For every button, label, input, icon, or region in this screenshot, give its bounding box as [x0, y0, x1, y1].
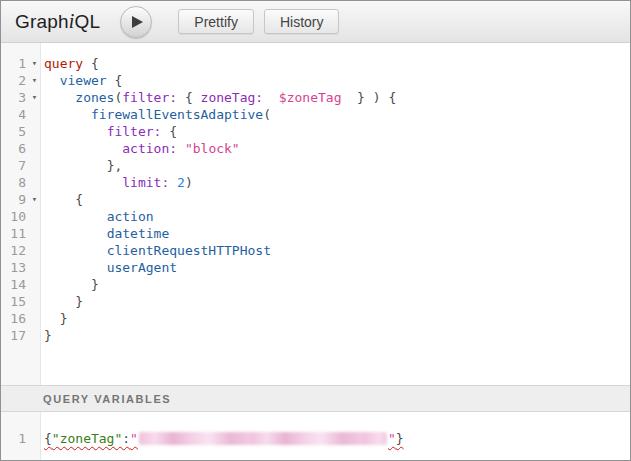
code-text[interactable]: } — [41, 310, 67, 327]
token: filter: — [107, 124, 162, 139]
token — [177, 141, 185, 156]
code-line[interactable]: 3▾ zones(filter: { zoneTag: $zoneTag } )… — [1, 89, 630, 106]
code-text[interactable]: limit: 2) — [41, 174, 193, 191]
code-text[interactable]: action: "block" — [41, 140, 240, 157]
code-text[interactable]: }, — [41, 157, 122, 174]
token: : — [122, 431, 130, 446]
code-line[interactable]: 14 } — [1, 276, 630, 293]
code-text[interactable]: viewer { — [41, 72, 122, 89]
query-variables-title-bar[interactable]: QUERY VARIABLES — [1, 385, 630, 412]
code-text[interactable]: action — [41, 208, 154, 225]
token: firewallEventsAdaptive — [91, 107, 263, 122]
token — [44, 90, 75, 105]
line-number: 8 — [1, 174, 28, 191]
code-line[interactable]: 8 limit: 2) — [1, 174, 630, 191]
code-line[interactable]: 6 action: "block" — [1, 140, 630, 157]
history-button[interactable]: History — [264, 9, 340, 34]
token — [169, 175, 177, 190]
code-line[interactable]: 1{"zoneTag":""} — [1, 430, 630, 447]
code-line[interactable]: 10 action — [1, 208, 630, 225]
token — [44, 243, 107, 258]
graphiql-window: GraphiQL Prettify History 1▾query {2▾ vi… — [0, 0, 631, 461]
token: limit: — [122, 175, 169, 190]
token: { — [177, 90, 200, 105]
token: } ) { — [341, 90, 396, 105]
token: { — [161, 124, 177, 139]
fold-arrow-icon[interactable]: ▾ — [28, 191, 41, 208]
code-line[interactable]: 4 firewallEventsAdaptive( — [1, 106, 630, 123]
token: } — [91, 277, 99, 292]
token — [44, 158, 107, 173]
query-editor[interactable]: 1▾query {2▾ viewer {3▾ zones(filter: { z… — [1, 43, 630, 385]
line-number: 5 — [1, 123, 28, 140]
token — [263, 90, 279, 105]
code-text[interactable]: firewallEventsAdaptive( — [41, 106, 271, 123]
code-text[interactable]: zones(filter: { zoneTag: $zoneTag } ) { — [41, 89, 396, 106]
gutter-cell: 15 — [1, 293, 41, 310]
logo-text-post: QL — [75, 11, 101, 32]
code-text[interactable]: clientRequestHTTPHost — [41, 242, 271, 259]
gutter-cell: 17 — [1, 327, 41, 344]
token: viewer — [60, 73, 107, 88]
code-text[interactable]: } — [41, 293, 83, 310]
line-number: 1 — [1, 430, 28, 447]
gutter-cell: 12 — [1, 242, 41, 259]
token — [44, 107, 91, 122]
fold-arrow-icon[interactable]: ▾ — [28, 72, 41, 89]
code-line[interactable]: 12 clientRequestHTTPHost — [1, 242, 630, 259]
line-number: 11 — [1, 225, 28, 242]
token: action: — [122, 141, 177, 156]
redacted-zone-tag-value — [139, 432, 387, 445]
token: $zoneTag — [279, 90, 342, 105]
line-number: 14 — [1, 276, 28, 293]
token — [44, 294, 75, 309]
token — [44, 73, 60, 88]
code-line[interactable]: 9▾ { — [1, 191, 630, 208]
token: { — [44, 431, 52, 446]
prettify-button[interactable]: Prettify — [178, 9, 254, 34]
token: action — [107, 209, 154, 224]
code-text[interactable]: } — [41, 276, 99, 293]
toolbar: GraphiQL Prettify History — [1, 1, 630, 43]
code-text[interactable]: query { — [41, 55, 99, 72]
code-text[interactable]: {"zoneTag":""} — [41, 430, 404, 447]
code-text[interactable]: } — [41, 327, 52, 344]
token — [44, 277, 91, 292]
token: 2 — [177, 175, 185, 190]
code-line[interactable]: 2▾ viewer { — [1, 72, 630, 89]
token — [44, 260, 107, 275]
code-text[interactable]: datetime — [41, 225, 169, 242]
token: } — [396, 431, 404, 446]
code-line[interactable]: 15 } — [1, 293, 630, 310]
code-line[interactable]: 1▾query { — [1, 55, 630, 72]
gutter-cell: 3▾ — [1, 89, 41, 106]
token: } — [44, 328, 52, 343]
code-line[interactable]: 17} — [1, 327, 630, 344]
code-text[interactable]: filter: { — [41, 123, 177, 140]
code-line[interactable]: 5 filter: { — [1, 123, 630, 140]
gutter-cell: 6 — [1, 140, 41, 157]
gutter-cell: 1 — [1, 430, 41, 447]
code-line[interactable]: 11 datetime — [1, 225, 630, 242]
line-number: 9 — [1, 191, 28, 208]
query-code[interactable]: 1▾query {2▾ viewer {3▾ zones(filter: { z… — [1, 43, 630, 344]
code-text[interactable]: { — [41, 191, 83, 208]
code-line[interactable]: 13 userAgent — [1, 259, 630, 276]
fold-arrow-icon[interactable]: ▾ — [28, 55, 41, 72]
query-variables-title: QUERY VARIABLES — [43, 393, 171, 405]
line-number: 7 — [1, 157, 28, 174]
fold-arrow-icon[interactable]: ▾ — [28, 89, 41, 106]
code-text[interactable]: userAgent — [41, 259, 177, 276]
token — [44, 175, 122, 190]
execute-query-button[interactable] — [120, 6, 152, 38]
token — [44, 311, 60, 326]
line-number: 3 — [1, 89, 28, 106]
code-line[interactable]: 16 } — [1, 310, 630, 327]
token: userAgent — [107, 260, 177, 275]
token: " — [130, 431, 138, 446]
variables-code[interactable]: 1{"zoneTag":""} — [1, 412, 630, 447]
token: datetime — [107, 226, 170, 241]
code-line[interactable]: 7 }, — [1, 157, 630, 174]
variables-editor[interactable]: 1{"zoneTag":""} — [1, 412, 630, 460]
token: } — [60, 311, 68, 326]
